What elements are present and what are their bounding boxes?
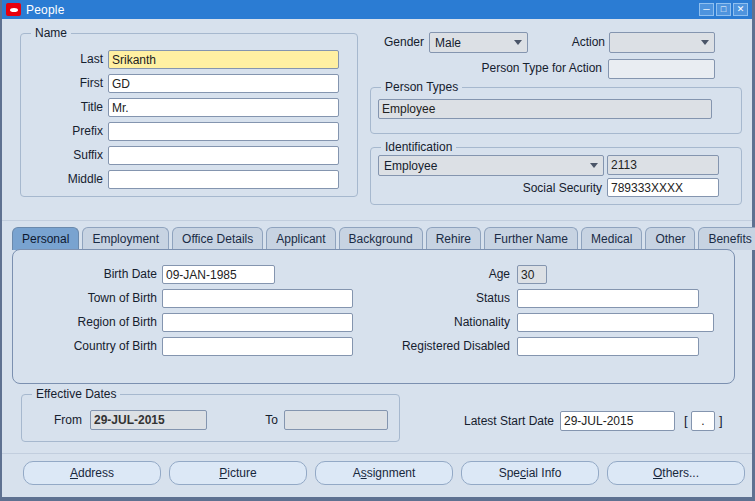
address-button[interactable]: Address xyxy=(23,461,161,485)
age-field[interactable] xyxy=(517,265,547,284)
from-date-field[interactable] xyxy=(90,410,207,430)
person-types-legend: Person Types xyxy=(381,80,462,94)
flexfield-open-bracket: [ xyxy=(684,411,688,431)
birth-date-label: Birth Date xyxy=(57,265,157,284)
flexfield-close-bracket: ] xyxy=(719,411,723,431)
tab-background[interactable]: Background xyxy=(339,227,423,250)
dropdown-arrow-icon xyxy=(590,163,598,168)
gender-combo[interactable]: Male xyxy=(429,32,528,53)
person-type-for-action-label: Person Type for Action xyxy=(442,59,602,78)
flexfield-box[interactable] xyxy=(691,411,715,431)
minimize-button[interactable]: ─ xyxy=(699,3,714,16)
suffix-field[interactable] xyxy=(108,146,339,165)
tab-other[interactable]: Other xyxy=(645,227,695,250)
tab-employment[interactable]: Employment xyxy=(82,227,169,250)
registered-disabled-label: Registered Disabled xyxy=(342,337,510,356)
to-label: To xyxy=(238,411,278,430)
tab-further-name[interactable]: Further Name xyxy=(484,227,578,250)
dropdown-arrow-icon xyxy=(514,40,522,45)
special-info-button[interactable]: Special Info xyxy=(461,461,599,485)
identification-number-field[interactable] xyxy=(607,155,719,175)
from-label: From xyxy=(30,411,82,430)
name-group-legend: Name xyxy=(31,26,71,40)
separator xyxy=(2,220,752,221)
person-types-field[interactable] xyxy=(378,99,712,119)
first-name-field[interactable] xyxy=(108,74,339,93)
registered-disabled-field[interactable] xyxy=(517,337,699,356)
maximize-button[interactable]: □ xyxy=(716,3,731,16)
action-label: Action xyxy=(522,33,605,52)
title-field[interactable] xyxy=(108,98,339,117)
first-name-label: First xyxy=(23,74,103,93)
town-of-birth-label: Town of Birth xyxy=(57,289,157,308)
identification-type-combo[interactable]: Employee xyxy=(378,155,604,176)
identification-legend: Identification xyxy=(381,140,456,154)
others-button[interactable]: Others... xyxy=(607,461,745,485)
tab-personal[interactable]: Personal xyxy=(12,227,79,250)
window-title: People xyxy=(26,3,65,17)
separator xyxy=(2,453,752,454)
region-of-birth-field[interactable] xyxy=(162,313,353,332)
tab-office-details[interactable]: Office Details xyxy=(172,227,263,250)
suffix-label: Suffix xyxy=(23,146,103,165)
birth-date-field[interactable] xyxy=(162,265,275,284)
status-label: Status xyxy=(412,289,510,308)
last-name-label: Last xyxy=(23,50,103,69)
nationality-field[interactable] xyxy=(517,313,714,332)
social-security-label: Social Security xyxy=(462,179,602,198)
tab-rehire[interactable]: Rehire xyxy=(426,227,481,250)
picture-button[interactable]: Picture xyxy=(169,461,307,485)
gender-value: Male xyxy=(435,36,461,50)
identification-type-value: Employee xyxy=(384,159,437,173)
latest-start-date-label: Latest Start Date xyxy=(422,412,554,431)
person-type-for-action-field[interactable] xyxy=(608,59,715,79)
social-security-field[interactable] xyxy=(607,178,719,197)
prefix-label: Prefix xyxy=(23,122,103,141)
country-of-birth-field[interactable] xyxy=(162,337,353,356)
effective-dates-legend: Effective Dates xyxy=(32,387,120,401)
tab-applicant[interactable]: Applicant xyxy=(266,227,335,250)
town-of-birth-field[interactable] xyxy=(162,289,353,308)
close-button[interactable]: ✕ xyxy=(733,3,748,16)
gender-label: Gender xyxy=(346,33,424,52)
region-of-birth-label: Region of Birth xyxy=(47,313,157,332)
middle-label: Middle xyxy=(23,170,103,189)
last-name-field[interactable] xyxy=(108,50,339,69)
tab-strip: Personal Employment Office Details Appli… xyxy=(12,227,755,250)
people-window: People ─ □ ✕ Name Last First Title Prefi… xyxy=(0,0,755,501)
assignment-button[interactable]: Assignment xyxy=(315,461,453,485)
title-bar: People ─ □ ✕ xyxy=(2,0,752,19)
dropdown-arrow-icon xyxy=(701,40,709,45)
action-combo[interactable] xyxy=(609,32,715,53)
to-date-field[interactable] xyxy=(284,410,388,430)
status-field[interactable] xyxy=(517,289,699,308)
age-label: Age xyxy=(412,265,510,284)
title-label: Title xyxy=(23,98,103,117)
nationality-label: Nationality xyxy=(412,313,510,332)
tab-benefits[interactable]: Benefits xyxy=(698,227,755,250)
tab-medical[interactable]: Medical xyxy=(581,227,642,250)
latest-start-date-field[interactable] xyxy=(560,411,675,431)
middle-field[interactable] xyxy=(108,170,339,189)
country-of-birth-label: Country of Birth xyxy=(47,337,157,356)
prefix-field[interactable] xyxy=(108,122,339,141)
oracle-logo-icon xyxy=(6,3,21,16)
